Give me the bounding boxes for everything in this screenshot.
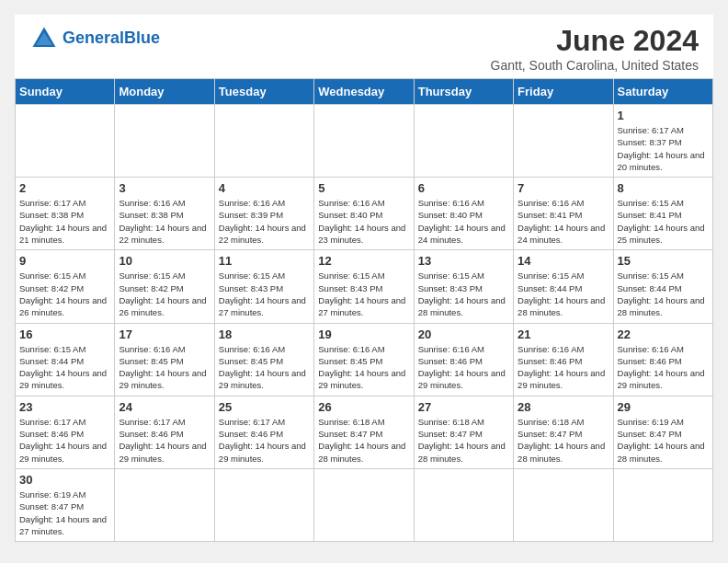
daylight-text: Daylight: 14 hours and 28 minutes. bbox=[618, 441, 705, 463]
sunset-text: Sunset: 8:42 PM bbox=[119, 283, 183, 293]
day-info: Sunrise: 6:15 AMSunset: 8:43 PMDaylight:… bbox=[318, 270, 409, 318]
day-number: 6 bbox=[418, 181, 509, 195]
calendar-cell: 13Sunrise: 6:15 AMSunset: 8:43 PMDayligh… bbox=[414, 250, 513, 323]
sunset-text: Sunset: 8:43 PM bbox=[318, 283, 382, 293]
daylight-text: Daylight: 14 hours and 24 minutes. bbox=[518, 223, 605, 245]
sunset-text: Sunset: 8:38 PM bbox=[19, 210, 84, 220]
day-number: 11 bbox=[219, 254, 310, 268]
logo: GeneralBlue bbox=[29, 24, 160, 53]
daylight-text: Daylight: 14 hours and 29 minutes. bbox=[19, 368, 107, 390]
calendar-subtitle: Gantt, South Carolina, United States bbox=[491, 58, 699, 73]
sunset-text: Sunset: 8:39 PM bbox=[219, 210, 283, 220]
calendar-cell: 12Sunrise: 6:15 AMSunset: 8:43 PMDayligh… bbox=[314, 250, 414, 323]
sunrise-text: Sunrise: 6:17 AM bbox=[618, 125, 684, 135]
sunrise-text: Sunrise: 6:15 AM bbox=[618, 270, 684, 281]
day-info: Sunrise: 6:15 AMSunset: 8:42 PMDaylight:… bbox=[119, 270, 210, 318]
calendar-cell: 23Sunrise: 6:17 AMSunset: 8:46 PMDayligh… bbox=[16, 396, 115, 468]
day-info: Sunrise: 6:16 AMSunset: 8:45 PMDaylight:… bbox=[119, 343, 210, 392]
daylight-text: Daylight: 14 hours and 22 minutes. bbox=[219, 223, 306, 245]
sunrise-text: Sunrise: 6:16 AM bbox=[518, 344, 584, 354]
weekday-header-tuesday: Tuesday bbox=[214, 79, 313, 105]
weekday-header-thursday: Thursday bbox=[414, 79, 513, 105]
calendar-cell: 7Sunrise: 6:16 AMSunset: 8:41 PMDaylight… bbox=[514, 178, 613, 250]
calendar-cell: 9Sunrise: 6:15 AMSunset: 8:42 PMDaylight… bbox=[16, 250, 115, 323]
calendar-cell bbox=[414, 468, 513, 541]
sunset-text: Sunset: 8:41 PM bbox=[518, 210, 582, 220]
calendar-cell: 14Sunrise: 6:15 AMSunset: 8:44 PMDayligh… bbox=[514, 250, 613, 323]
daylight-text: Daylight: 14 hours and 29 minutes. bbox=[219, 441, 306, 463]
sunset-text: Sunset: 8:38 PM bbox=[119, 210, 183, 220]
sunrise-text: Sunrise: 6:16 AM bbox=[318, 198, 384, 208]
calendar-cell bbox=[115, 468, 214, 541]
sunrise-text: Sunrise: 6:18 AM bbox=[518, 417, 584, 427]
day-info: Sunrise: 6:17 AMSunset: 8:46 PMDaylight:… bbox=[219, 416, 310, 465]
sunrise-text: Sunrise: 6:16 AM bbox=[219, 198, 285, 208]
sunset-text: Sunset: 8:45 PM bbox=[119, 356, 183, 366]
day-info: Sunrise: 6:16 AMSunset: 8:46 PMDaylight:… bbox=[418, 343, 509, 392]
sunrise-text: Sunrise: 6:17 AM bbox=[219, 417, 285, 427]
sunrise-text: Sunrise: 6:15 AM bbox=[418, 270, 484, 281]
weekday-header-monday: Monday bbox=[115, 79, 214, 105]
sunrise-text: Sunrise: 6:16 AM bbox=[618, 344, 684, 354]
day-number: 20 bbox=[418, 327, 509, 341]
weekday-header-sunday: Sunday bbox=[16, 79, 115, 105]
day-number: 29 bbox=[618, 400, 709, 414]
calendar-cell: 28Sunrise: 6:18 AMSunset: 8:47 PMDayligh… bbox=[514, 396, 613, 468]
day-number: 25 bbox=[219, 400, 310, 414]
calendar-cell: 6Sunrise: 6:16 AMSunset: 8:40 PMDaylight… bbox=[414, 178, 513, 250]
day-number: 3 bbox=[119, 181, 210, 195]
daylight-text: Daylight: 14 hours and 25 minutes. bbox=[618, 223, 705, 245]
week-row-5: 23Sunrise: 6:17 AMSunset: 8:46 PMDayligh… bbox=[16, 396, 713, 468]
day-number: 9 bbox=[19, 254, 110, 268]
day-info: Sunrise: 6:15 AMSunset: 8:43 PMDaylight:… bbox=[219, 270, 310, 318]
calendar-cell: 20Sunrise: 6:16 AMSunset: 8:46 PMDayligh… bbox=[414, 323, 513, 396]
sunrise-text: Sunrise: 6:15 AM bbox=[618, 198, 684, 208]
day-info: Sunrise: 6:15 AMSunset: 8:44 PMDaylight:… bbox=[19, 343, 110, 392]
sunset-text: Sunset: 8:47 PM bbox=[518, 429, 582, 439]
daylight-text: Daylight: 14 hours and 27 minutes. bbox=[219, 295, 306, 317]
sunrise-text: Sunrise: 6:16 AM bbox=[119, 344, 185, 354]
daylight-text: Daylight: 14 hours and 21 minutes. bbox=[19, 223, 107, 245]
sunset-text: Sunset: 8:42 PM bbox=[19, 283, 84, 293]
daylight-text: Daylight: 14 hours and 27 minutes. bbox=[19, 514, 107, 536]
sunrise-text: Sunrise: 6:15 AM bbox=[219, 270, 285, 281]
day-info: Sunrise: 6:16 AMSunset: 8:41 PMDaylight:… bbox=[518, 197, 609, 246]
sunset-text: Sunset: 8:46 PM bbox=[119, 429, 183, 439]
calendar-cell: 22Sunrise: 6:16 AMSunset: 8:46 PMDayligh… bbox=[613, 323, 712, 396]
daylight-text: Daylight: 14 hours and 23 minutes. bbox=[318, 223, 405, 245]
sunset-text: Sunset: 8:43 PM bbox=[219, 283, 283, 293]
day-info: Sunrise: 6:17 AMSunset: 8:38 PMDaylight:… bbox=[19, 197, 110, 246]
calendar-cell bbox=[514, 105, 613, 178]
day-info: Sunrise: 6:16 AMSunset: 8:45 PMDaylight:… bbox=[219, 343, 310, 392]
day-number: 21 bbox=[518, 327, 609, 341]
calendar-cell: 19Sunrise: 6:16 AMSunset: 8:45 PMDayligh… bbox=[314, 323, 414, 396]
daylight-text: Daylight: 14 hours and 27 minutes. bbox=[318, 295, 405, 317]
sunset-text: Sunset: 8:46 PM bbox=[219, 429, 283, 439]
calendar-cell: 11Sunrise: 6:15 AMSunset: 8:43 PMDayligh… bbox=[214, 250, 313, 323]
daylight-text: Daylight: 14 hours and 29 minutes. bbox=[418, 368, 506, 390]
sunrise-text: Sunrise: 6:17 AM bbox=[19, 417, 85, 427]
sunrise-text: Sunrise: 6:15 AM bbox=[318, 270, 384, 281]
sunset-text: Sunset: 8:43 PM bbox=[418, 283, 483, 293]
day-info: Sunrise: 6:16 AMSunset: 8:46 PMDaylight:… bbox=[518, 343, 609, 392]
sunrise-text: Sunrise: 6:15 AM bbox=[19, 344, 85, 354]
sunset-text: Sunset: 8:46 PM bbox=[418, 356, 483, 366]
day-info: Sunrise: 6:15 AMSunset: 8:41 PMDaylight:… bbox=[618, 197, 709, 246]
logo-text: GeneralBlue bbox=[63, 29, 160, 48]
day-info: Sunrise: 6:18 AMSunset: 8:47 PMDaylight:… bbox=[418, 416, 509, 465]
daylight-text: Daylight: 14 hours and 28 minutes. bbox=[618, 295, 705, 317]
daylight-text: Daylight: 14 hours and 29 minutes. bbox=[518, 368, 605, 390]
logo-blue: Blue bbox=[124, 29, 160, 47]
sunset-text: Sunset: 8:46 PM bbox=[19, 429, 84, 439]
calendar-cell bbox=[613, 468, 712, 541]
calendar-cell: 26Sunrise: 6:18 AMSunset: 8:47 PMDayligh… bbox=[314, 396, 414, 468]
day-info: Sunrise: 6:15 AMSunset: 8:44 PMDaylight:… bbox=[618, 270, 709, 318]
day-number: 18 bbox=[219, 327, 310, 341]
day-number: 12 bbox=[318, 254, 409, 268]
sunrise-text: Sunrise: 6:16 AM bbox=[418, 344, 484, 354]
sunset-text: Sunset: 8:44 PM bbox=[19, 356, 84, 366]
calendar-cell: 25Sunrise: 6:17 AMSunset: 8:46 PMDayligh… bbox=[214, 396, 313, 468]
calendar-cell: 21Sunrise: 6:16 AMSunset: 8:46 PMDayligh… bbox=[514, 323, 613, 396]
calendar-cell: 10Sunrise: 6:15 AMSunset: 8:42 PMDayligh… bbox=[115, 250, 214, 323]
sunrise-text: Sunrise: 6:17 AM bbox=[119, 417, 185, 427]
